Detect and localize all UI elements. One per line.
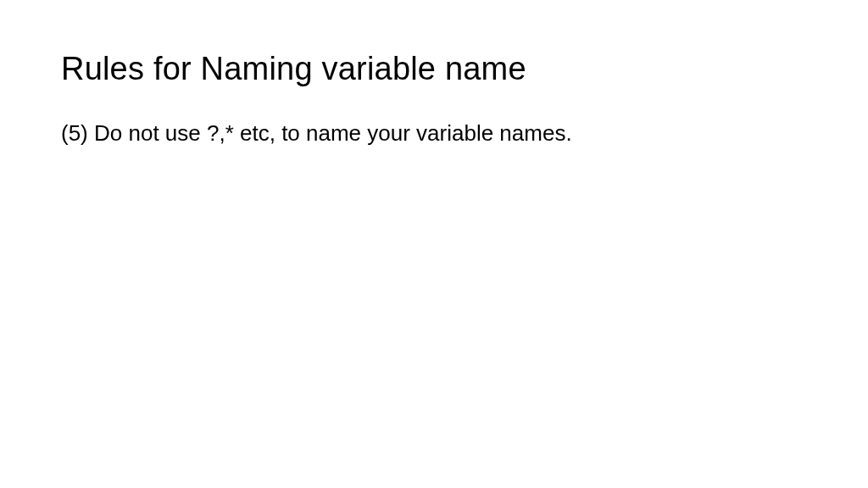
slide-body-text: (5) Do not use ?,* etc, to name your var…: [61, 118, 807, 148]
slide-title: Rules for Naming variable name: [61, 51, 807, 87]
